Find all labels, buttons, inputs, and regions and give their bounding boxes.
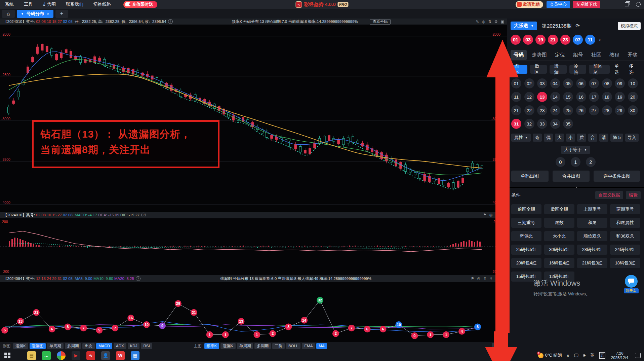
- zone-pill-后区[interactable]: 后区: [530, 65, 547, 74]
- pin-icon[interactable]: ⚑: [471, 276, 474, 281]
- input-language[interactable]: 英: [590, 353, 595, 358]
- same-screen-button[interactable]: 同屏: [492, 343, 504, 349]
- condition-button-28码包4红[interactable]: 28码包4红: [577, 245, 607, 255]
- action-button-合并出图[interactable]: 合并出图: [553, 171, 590, 182]
- compare-dropdown[interactable]: 大于等于 ▼: [561, 146, 591, 154]
- edit-button[interactable]: 编辑: [626, 191, 641, 199]
- attribute-button-大[interactable]: 大: [555, 134, 564, 142]
- toolbar-button-遗漏K[interactable]: 遗漏K: [13, 343, 28, 349]
- new-tab-button[interactable]: ＋: [55, 10, 68, 18]
- toolbar-button-单周期[interactable]: 单周期: [47, 343, 64, 349]
- android-download-button[interactable]: 安卓版下载: [573, 1, 601, 8]
- edit-icon[interactable]: ✎: [476, 20, 479, 24]
- number-cell-11[interactable]: 11: [511, 92, 521, 102]
- toolbar-button-遗漏图[interactable]: 遗漏图: [30, 343, 46, 349]
- condition-button-和尾[interactable]: 和尾: [577, 218, 607, 228]
- taskbar-files-icon[interactable]: ▦: [131, 351, 139, 360]
- move-up-icon[interactable]: ⇧: [483, 276, 486, 281]
- tab-close-icon[interactable]: ×: [47, 11, 49, 16]
- taskbar-media-player-icon[interactable]: ▶: [72, 351, 80, 360]
- number-cell-18[interactable]: 18: [602, 92, 612, 102]
- toolbar-button-ADX[interactable]: ADX: [114, 343, 126, 349]
- panel-collapse-handle[interactable]: ›: [503, 205, 507, 217]
- sidebar-tab-组号[interactable]: 组号: [570, 50, 586, 60]
- toolbar-button-出次[interactable]: 出次: [82, 343, 95, 349]
- number-cell-29[interactable]: 29: [615, 105, 625, 115]
- snapshot-icon[interactable]: ◎: [489, 213, 493, 217]
- chevron-right-icon[interactable]: ›: [599, 37, 601, 43]
- condition-button-尾数[interactable]: 尾数: [544, 218, 574, 228]
- zone-pill-前区尾[interactable]: 前区尾: [589, 65, 610, 74]
- start-button[interactable]: [0, 350, 15, 361]
- number-cell-13[interactable]: 13: [537, 92, 547, 102]
- number-cell-26[interactable]: 26: [576, 105, 586, 115]
- sidebar-tab-社区[interactable]: 社区: [588, 50, 604, 60]
- condition-button-24码包4红[interactable]: 24码包4红: [610, 245, 640, 255]
- snapshot-icon[interactable]: ◎: [477, 276, 481, 281]
- taskbar-explorer-icon[interactable]: ▤: [27, 351, 36, 360]
- condition-button-前区全胆[interactable]: 前区全胆: [511, 204, 541, 214]
- gear-icon[interactable]: ⚙: [494, 20, 498, 24]
- number-cell-19[interactable]: 19: [615, 92, 625, 102]
- number-cell-35[interactable]: 35: [563, 119, 573, 129]
- invite-reward-button[interactable]: 邀请奖励: [516, 1, 543, 8]
- menu-system[interactable]: 系统: [0, 1, 19, 7]
- sidebar-tab-定位[interactable]: 定位: [552, 50, 568, 60]
- toolbar-button-多周期[interactable]: 多周期: [65, 343, 81, 349]
- menu-trend-chart[interactable]: 走势图: [38, 1, 61, 7]
- number-cell-14[interactable]: 14: [550, 92, 560, 102]
- move-down-icon[interactable]: ⇩: [489, 276, 492, 281]
- toolbar-button-KDJ[interactable]: KDJ: [128, 343, 140, 349]
- expand-icon[interactable]: ▣: [501, 20, 504, 24]
- sidebar-tab-走势图[interactable]: 走势图: [529, 50, 550, 60]
- minimize-button[interactable]: —: [610, 0, 621, 9]
- condition-button-20码包4红[interactable]: 20码包4红: [511, 258, 541, 268]
- attribute-button-奇[interactable]: 奇: [533, 134, 542, 142]
- pin-icon[interactable]: ⚑: [483, 213, 486, 217]
- count-option-0[interactable]: 0: [556, 157, 565, 167]
- number-cell-15[interactable]: 15: [563, 92, 573, 102]
- attribute-button-随 5[interactable]: 随 5: [610, 134, 623, 142]
- toolbar-button-MACD[interactable]: MACD: [96, 343, 112, 349]
- zone-pill-遗漏[interactable]: 遗漏: [550, 65, 566, 74]
- chat-icon[interactable]: [625, 275, 638, 288]
- toolbar-button-EMA[interactable]: EMA: [302, 343, 315, 349]
- toolbar-button-单周期[interactable]: 单周期: [237, 343, 253, 349]
- main-candlestick-chart[interactable]: [0, 25, 507, 211]
- toolbar-button-BOLL[interactable]: BOLL: [286, 343, 300, 349]
- number-cell-01[interactable]: 01: [511, 78, 521, 88]
- help-icon[interactable]: ?: [168, 19, 173, 24]
- condition-button-上期重号[interactable]: 上期重号: [577, 204, 607, 214]
- attribute-button-合[interactable]: 合: [588, 134, 597, 142]
- home-button[interactable]: ⌂: [2, 10, 15, 18]
- attribute-button-小[interactable]: 小: [566, 134, 575, 142]
- condition-button-30码包5红[interactable]: 30码包5红: [544, 245, 574, 255]
- number-cell-21[interactable]: 21: [511, 105, 521, 115]
- number-cell-20[interactable]: 20: [628, 92, 638, 102]
- condition-button-后区全胆[interactable]: 后区全胆: [544, 204, 574, 214]
- volume-icon[interactable]: 🕪: [583, 353, 586, 358]
- action-button-选中条件出图[interactable]: 选中条件出图: [594, 171, 640, 182]
- recharge-promo-button[interactable]: 充值限时送: [123, 1, 157, 8]
- help-icon[interactable]: ?: [136, 276, 140, 281]
- sidebar-tab-教程[interactable]: 教程: [606, 50, 622, 60]
- number-cell-33[interactable]: 33: [537, 119, 547, 129]
- zone-pill-前区[interactable]: 前区: [511, 65, 527, 74]
- notification-center-icon[interactable]: [635, 353, 641, 358]
- number-cell-06[interactable]: 06: [576, 78, 586, 88]
- condition-button-和36双杀[interactable]: 和36双杀: [610, 231, 640, 241]
- restore-button[interactable]: [621, 0, 633, 9]
- number-cell-17[interactable]: 17: [589, 92, 599, 102]
- taskbar-chrome-icon[interactable]: [57, 351, 66, 360]
- splitter-handle[interactable]: [507, 187, 644, 188]
- condition-button-三期重号[interactable]: 三期重号: [511, 218, 541, 228]
- number-cell-30[interactable]: 30: [628, 105, 638, 115]
- member-center-button[interactable]: 会员中心: [547, 1, 570, 8]
- view-numbers-button[interactable]: 查看号码: [370, 19, 391, 25]
- sidebar-tab-开奖[interactable]: 开奖: [625, 50, 641, 60]
- taskbar-user-icon[interactable]: 👤: [101, 351, 110, 360]
- condition-button-两期重号[interactable]: 两期重号: [610, 204, 640, 214]
- macd-chart[interactable]: [0, 218, 507, 275]
- gear-icon[interactable]: ⚙: [496, 276, 499, 281]
- condition-button-奇偶比[interactable]: 奇偶比: [511, 231, 541, 241]
